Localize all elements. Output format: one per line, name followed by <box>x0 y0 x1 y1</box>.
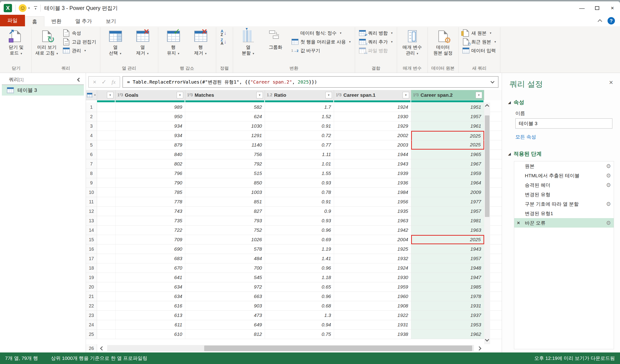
applied-step-변경된 유형1[interactable]: 변경된 유형1 <box>514 209 614 218</box>
data-cell[interactable]: 0.96 <box>265 263 334 273</box>
data-cell[interactable]: 611 <box>115 320 185 329</box>
properties-button[interactable]: 속성 <box>61 29 98 37</box>
row-number[interactable]: 25 <box>86 330 97 339</box>
profiling-info[interactable]: 상위 1000개 행을 기준으로 한 열 프로파일링 <box>51 355 147 362</box>
data-cell[interactable]: 0.78 <box>265 188 334 197</box>
row-number[interactable]: 18 <box>86 263 97 273</box>
row-number[interactable]: 15 <box>86 235 97 244</box>
step-settings-gear-icon[interactable]: ⚙ <box>606 163 611 169</box>
data-cell[interactable]: 1957 <box>411 207 484 216</box>
choose-columns-button[interactable]: 열선택▼ <box>103 29 128 57</box>
data-cell[interactable]: 1957 <box>411 254 484 263</box>
data-cell[interactable]: 0.65 <box>265 282 334 291</box>
filter-button[interactable]: ▼ <box>107 92 113 98</box>
step-settings-gear-icon[interactable]: ⚙ <box>606 182 611 188</box>
data-cell[interactable]: 1938 <box>334 330 411 339</box>
data-cell[interactable]: 1908 <box>334 301 411 310</box>
data-cell[interactable]: 851 <box>185 197 265 206</box>
data-cell[interactable]: 850 <box>185 178 265 188</box>
data-cell[interactable]: 1965 <box>411 150 484 159</box>
data-cell[interactable]: 989 <box>115 102 185 112</box>
close-and-load-button[interactable]: ↗닫기 및로드▼ <box>3 29 29 57</box>
replaced-error-cell[interactable]: 2025 <box>411 131 484 140</box>
column-header-unnamed[interactable]: ▼ <box>97 90 115 100</box>
data-cell[interactable] <box>97 235 115 244</box>
tab-열 추가[interactable]: 열 추가 <box>68 16 99 26</box>
data-cell[interactable]: 610 <box>115 330 185 339</box>
data-cell[interactable]: 1956 <box>334 197 411 206</box>
data-cell[interactable]: 0.72 <box>265 131 334 140</box>
data-cell[interactable]: 1961 <box>411 121 484 131</box>
scroll-down-icon[interactable] <box>485 337 489 341</box>
data-cell[interactable] <box>97 169 115 178</box>
data-cell[interactable] <box>97 102 115 112</box>
data-cell[interactable]: 473 <box>185 311 265 320</box>
data-cell[interactable]: 1.52 <box>265 112 334 121</box>
data-cell[interactable]: 1.11 <box>265 150 334 159</box>
minimize-button[interactable]: — <box>574 1 589 15</box>
data-cell[interactable]: 903 <box>185 301 265 310</box>
data-cell[interactable]: 879 <box>115 140 185 150</box>
data-cell[interactable]: 1963 <box>411 226 484 235</box>
column-header-Ratio[interactable]: 1.2Ratio▼ <box>265 90 334 100</box>
manage-button[interactable]: 관리▼ <box>61 47 98 55</box>
data-cell[interactable]: 0.93 <box>265 216 334 225</box>
data-cell[interactable]: 790 <box>115 178 185 188</box>
data-cell[interactable]: 0.9 <box>265 207 334 216</box>
data-cell[interactable]: 515 <box>185 169 265 178</box>
data-cell[interactable]: 1.41 <box>265 254 334 263</box>
applied-step-HTML에서 추출된 테이블[interactable]: HTML에서 추출된 테이블⚙ <box>514 171 614 180</box>
data-cell[interactable] <box>97 197 115 206</box>
filter-button[interactable]: ▼ <box>403 92 409 98</box>
split-column-button[interactable]: ▼열분할▼ <box>235 29 261 57</box>
data-cell[interactable]: 1978 <box>411 292 484 301</box>
data-cell[interactable]: 1291 <box>185 131 265 140</box>
keep-rows-button[interactable]: ✓행유지▼ <box>161 29 186 57</box>
row-number[interactable]: 2 <box>86 112 97 121</box>
query-name-input[interactable] <box>515 118 612 129</box>
data-cell[interactable]: 0.77 <box>265 140 334 150</box>
data-cell[interactable]: 1140 <box>185 140 265 150</box>
data-cell[interactable]: 1026 <box>185 235 265 244</box>
data-cell[interactable]: 1030 <box>185 121 265 131</box>
sort-descending-button[interactable]: ZA↓ <box>218 38 231 46</box>
data-cell[interactable]: 934 <box>115 121 185 131</box>
data-cell[interactable]: 1962 <box>411 330 484 339</box>
data-cell[interactable]: 1943 <box>334 159 411 169</box>
data-cell[interactable] <box>97 112 115 121</box>
row-number[interactable]: 7 <box>86 159 97 169</box>
data-cell[interactable]: 1951 <box>411 102 484 112</box>
formula-input[interactable]: = Table.ReplaceErrorValues(#"변경된 유형1", {… <box>123 76 498 88</box>
data-cell[interactable]: 1944 <box>334 150 411 159</box>
data-cell[interactable]: 1967 <box>411 159 484 169</box>
filter-button[interactable]: ▼ <box>177 92 183 98</box>
row-number[interactable]: 20 <box>86 282 97 291</box>
filter-button[interactable]: ▼ <box>476 92 482 98</box>
properties-section-header[interactable]: ◢ 속성 <box>508 99 614 106</box>
data-source-settings-button[interactable]: ⚙데이터원본 설정 <box>430 29 456 56</box>
data-cell[interactable]: 2002 <box>334 131 411 140</box>
data-cell[interactable]: 690 <box>115 245 185 254</box>
data-cell[interactable] <box>97 216 115 225</box>
filter-button[interactable]: ▼ <box>256 92 263 98</box>
data-cell[interactable]: 1.55 <box>265 169 334 178</box>
data-cell[interactable]: 1981 <box>411 216 484 225</box>
applied-step-승격된 헤더[interactable]: 승격된 헤더⚙ <box>514 180 614 190</box>
tab-보기[interactable]: 보기 <box>99 16 123 26</box>
data-cell[interactable]: 796 <box>115 169 185 178</box>
horizontal-scrollbar[interactable] <box>107 345 474 351</box>
applied-step-원본[interactable]: 원본⚙ <box>514 161 614 171</box>
filter-button[interactable]: ▼ <box>326 92 332 98</box>
data-cell[interactable]: 743 <box>115 207 185 216</box>
row-number[interactable]: 21 <box>86 292 97 301</box>
column-header-Career span.2[interactable]: 1²3Career span.2▼ <box>411 90 484 100</box>
data-cell[interactable]: 2004 <box>334 235 411 244</box>
data-cell[interactable]: 1977 <box>411 197 484 206</box>
row-number[interactable]: 3 <box>86 121 97 131</box>
data-cell[interactable]: 2009 <box>411 188 484 197</box>
horizontal-scroll-thumb[interactable] <box>204 346 472 351</box>
row-number[interactable]: 17 <box>86 254 97 263</box>
query-list-item[interactable]: 테이블 3 <box>2 85 84 96</box>
data-cell[interactable]: 663 <box>185 292 265 301</box>
data-cell[interactable] <box>97 320 115 329</box>
